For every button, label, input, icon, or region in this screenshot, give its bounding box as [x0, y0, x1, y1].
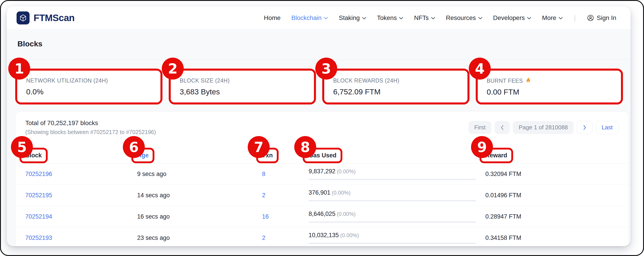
pagination-next-button[interactable] [577, 121, 592, 134]
annotation-number-2: 2 [162, 58, 184, 80]
nav-item-label: Blockchain [291, 14, 322, 22]
annotation-box-4: BURNT FEES 0.00 FTM 4 [476, 69, 623, 104]
cube-logo-icon [16, 12, 30, 25]
gas-used-cell: 10,032,135(0.00%) [308, 232, 485, 244]
annotation-number-5: 5 [11, 136, 33, 158]
stat-card-label: BLOCK REWARDS (24H) [333, 77, 400, 84]
annotation-box-7: Txn 7 [256, 148, 278, 163]
nav-item-label: Staking [339, 14, 360, 22]
txn-count-link[interactable]: 16 [262, 213, 269, 220]
column-header-block: Block 5 [25, 148, 137, 163]
table-top: Total of 70,252,197 blocks (Showing bloc… [16, 111, 628, 142]
site-header: FTMScan HomeBlockchainStakingTokensNFTsR… [7, 6, 630, 30]
nav-item-label: More [542, 14, 556, 22]
chevron-right-icon [583, 125, 586, 131]
annotation-number-9: 9 [471, 136, 493, 158]
stat-card-label: BURNT FEES [487, 78, 523, 84]
annotation-number-1: 1 [8, 58, 30, 80]
table-header-row: Block 5 Age 6 Txn 7 Gas Used 8 Reward [16, 142, 628, 163]
gas-used-percent: (0.00%) [337, 168, 356, 174]
reward-cell: 0.01496 FTM [485, 192, 522, 199]
main-nav: HomeBlockchainStakingTokensNFTsResources… [264, 14, 616, 22]
gas-progress-bar [308, 200, 476, 201]
nav-item-label: Tokens [377, 14, 397, 22]
gas-used-cell: 9,837,292(0.00%) [308, 168, 485, 180]
gas-used-value: 10,032,135 [308, 232, 339, 238]
pagination-page-indicator: Page 1 of 2810088 [513, 121, 574, 134]
block-number-link[interactable]: 70252196 [25, 171, 52, 177]
nav-item-blockchain[interactable]: Blockchain [291, 14, 328, 22]
chevron-left-icon [500, 125, 504, 131]
stat-card-value: 0.0% [26, 87, 152, 96]
sign-in-button[interactable]: Sign In [587, 14, 616, 22]
brand-name: FTMScan [34, 13, 74, 23]
annotation-box-2: BLOCK SIZE (24H) 3,683 Bytes 2 [169, 69, 316, 104]
chevron-down-icon [478, 17, 482, 20]
browser-page: FTMScan HomeBlockchainStakingTokensNFTsR… [7, 6, 630, 246]
nav-item-developers[interactable]: Developers [493, 14, 532, 22]
column-header-gas-used: Gas Used 8 [308, 148, 485, 163]
txn-count-link[interactable]: 2 [262, 192, 266, 199]
chevron-down-icon [431, 17, 435, 20]
nav-item-nfts[interactable]: NFTs [414, 14, 435, 22]
reward-cell: 0.34158 FTM [485, 234, 522, 241]
pagination-prev-button[interactable] [494, 121, 510, 134]
stat-card-label: BLOCK SIZE (24H) [180, 77, 230, 84]
pagination-last-button[interactable]: Last [596, 121, 619, 134]
annotation-box-5: Block 5 [20, 148, 48, 163]
gas-used-cell: 8,646,025(0.00%) [308, 210, 485, 223]
pagination-first-button[interactable]: First [468, 121, 492, 134]
table-rows: 70252196 9 secs ago 8 9,837,292(0.00%) 0… [16, 163, 628, 246]
chevron-down-icon [362, 17, 366, 20]
chevron-down-icon [324, 17, 328, 20]
annotation-box-3: BLOCK REWARDS (24H) 6,752.09 FTM 3 [322, 69, 470, 104]
stat-card-network-utilization-24h: NETWORK UTILIZATION (24H) 0.0% [17, 71, 160, 102]
ftmscan-logo[interactable]: FTMScan [16, 12, 74, 25]
txn-count-link[interactable]: 2 [262, 234, 266, 241]
annotation-number-4: 4 [469, 58, 491, 80]
annotation-number-3: 3 [315, 58, 337, 80]
blocks-table-card: Total of 70,252,197 blocks (Showing bloc… [15, 111, 629, 246]
page-head: Blocks [7, 30, 630, 60]
gas-used-value: 9,837,292 [308, 168, 336, 175]
block-number-link[interactable]: 70252194 [25, 213, 52, 220]
total-blocks-text: Total of 70,252,197 blocks [25, 119, 156, 127]
column-header-age: Age 6 [137, 148, 262, 163]
nav-item-label: Resources [446, 14, 476, 22]
gas-progress-bar [308, 243, 476, 244]
block-number-link[interactable]: 70252195 [25, 192, 52, 199]
gas-used-percent: (0.00%) [340, 232, 359, 238]
gas-used-value: 8,646,025 [308, 210, 336, 217]
reward-cell: 0.32094 FTM [485, 171, 522, 177]
nav-item-staking[interactable]: Staking [339, 14, 366, 22]
stat-card-block-rewards-24h: BLOCK REWARDS (24H) 6,752.09 FTM [324, 71, 468, 102]
table-summary: Total of 70,252,197 blocks (Showing bloc… [25, 119, 156, 136]
annotation-box-8: Gas Used 8 [303, 148, 342, 163]
annotation-box-6: Age 6 [131, 148, 154, 163]
age-cell: 14 secs ago [137, 192, 170, 199]
stats-row: NETWORK UTILIZATION (24H) 0.0% 1 BLOCK S… [7, 60, 630, 104]
table-row: 70252195 14 secs ago 2 376,901(0.00%) 0.… [16, 185, 628, 206]
flame-icon [526, 77, 531, 84]
stat-card-value: 3,683 Bytes [180, 87, 305, 96]
column-header-reward: Reward 9 [485, 148, 619, 163]
annotation-number-8: 8 [294, 136, 316, 158]
gas-used-value: 376,901 [308, 189, 330, 196]
nav-item-more[interactable]: More [542, 14, 563, 22]
annotation-number-6: 6 [123, 136, 145, 158]
showing-range-text: (Showing blocks between #70252172 to #70… [25, 129, 156, 136]
nav-item-label: NFTs [414, 14, 428, 22]
gas-progress-bar [308, 221, 476, 223]
nav-item-home[interactable]: Home [264, 14, 280, 22]
nav-item-resources[interactable]: Resources [446, 14, 482, 22]
stat-card-burnt-fees: BURNT FEES 0.00 FTM [478, 71, 621, 102]
annotation-number-7: 7 [248, 136, 270, 158]
chevron-down-icon [527, 17, 531, 20]
stat-card-label: NETWORK UTILIZATION (24H) [26, 77, 108, 84]
txn-count-link[interactable]: 8 [262, 171, 266, 177]
chevron-down-icon [399, 17, 403, 20]
age-cell: 23 secs ago [137, 234, 170, 241]
nav-item-tokens[interactable]: Tokens [377, 14, 404, 22]
nav-item-label: Developers [493, 14, 525, 22]
block-number-link[interactable]: 70252193 [25, 234, 52, 241]
